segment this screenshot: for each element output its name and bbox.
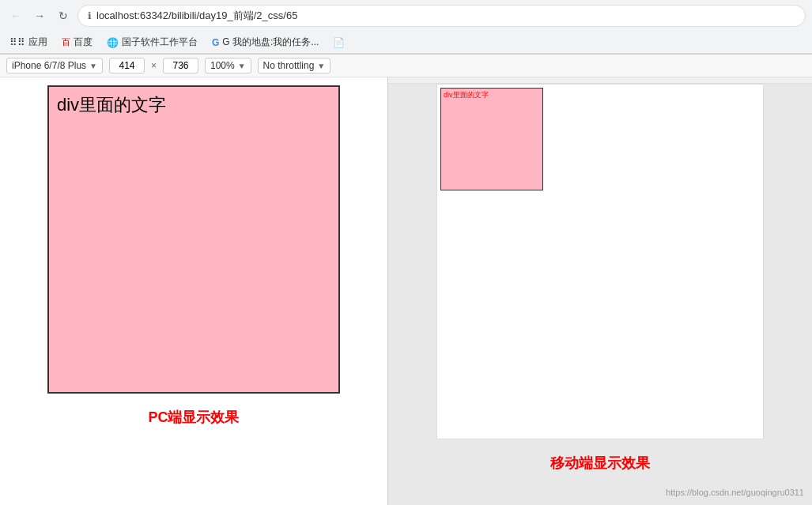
mobile-inner: div里面的文字 <box>437 85 763 194</box>
guozi-label: 国子软件工作平台 <box>122 36 198 49</box>
address-bar[interactable]: ℹ localhost:63342/bilibili/day19_前端/2_cs… <box>77 5 806 27</box>
mobile-demo-text: div里面的文字 <box>441 89 491 102</box>
bookmark-google[interactable]: G G 我的地盘:我的任务... <box>209 34 322 51</box>
mobile-frame: div里面的文字 <box>436 84 764 439</box>
zoom-selector[interactable]: 100% ▼ <box>205 58 251 73</box>
device-selector[interactable]: iPhone 6/7/8 Plus ▼ <box>6 58 103 73</box>
mobile-label: 移动端显示效果 <box>550 454 650 473</box>
device-name: iPhone 6/7/8 Plus <box>12 60 86 71</box>
apps-label: 应用 <box>28 36 47 49</box>
watermark: https://blog.csdn.net/guoqingru0311 <box>666 488 804 497</box>
reload-button[interactable]: ↻ <box>54 6 73 25</box>
lock-icon: ℹ <box>88 10 92 21</box>
back-button[interactable]: ← <box>6 6 25 25</box>
throttle-chevron-icon: ▼ <box>317 62 325 70</box>
mobile-demo-box: div里面的文字 <box>440 88 543 190</box>
bookmark-baidu[interactable]: 百 百度 <box>59 34 96 51</box>
apps-icon: ⠿⠿ <box>9 36 25 48</box>
baidu-icon: 百 <box>62 36 70 48</box>
guozi-icon: 🌐 <box>107 37 119 48</box>
height-input[interactable] <box>163 58 198 73</box>
devtools-toolbar: iPhone 6/7/8 Plus ▼ × 100% ▼ No throttli… <box>0 55 812 77</box>
width-input[interactable] <box>109 58 145 73</box>
throttle-selector[interactable]: No throttling ▼ <box>258 58 331 73</box>
baidu-label: 百度 <box>74 36 93 49</box>
throttle-value: No throttling <box>263 60 315 71</box>
forward-button[interactable]: → <box>30 6 49 25</box>
browser-chrome: ← → ↻ ℹ localhost:63342/bilibili/day19_前… <box>0 0 812 55</box>
nav-bar: ← → ↻ ℹ localhost:63342/bilibili/day19_前… <box>0 0 812 32</box>
dimension-separator: × <box>151 60 157 71</box>
pc-label: PC端显示效果 <box>148 408 239 427</box>
pc-view: div里面的文字 PC端显示效果 <box>0 77 387 505</box>
zoom-chevron-icon: ▼ <box>238 62 246 70</box>
mobile-section: div里面的文字 移动端显示效果 https://blog.csdn.net/g… <box>388 77 812 505</box>
bookmark-misc[interactable]: 📄 <box>330 36 348 50</box>
device-chevron-icon: ▼ <box>89 62 97 70</box>
google-icon: G <box>212 37 219 48</box>
misc-icon: 📄 <box>333 37 345 48</box>
zoom-value: 100% <box>210 60 235 71</box>
apps-menu[interactable]: ⠿⠿ 应用 <box>6 34 51 51</box>
pc-demo-box: div里面的文字 <box>47 85 340 394</box>
address-text: localhost:63342/bilibili/day19_前端/2_css/… <box>96 9 297 23</box>
mobile-scrollbar <box>388 77 812 84</box>
bookmarks-bar: ⠿⠿ 应用 百 百度 🌐 国子软件工作平台 G G 我的地盘:我的任务... 📄 <box>0 32 812 54</box>
pc-demo-text: div里面的文字 <box>49 87 174 123</box>
bookmark-guozi[interactable]: 🌐 国子软件工作平台 <box>104 34 201 51</box>
google-label: G 我的地盘:我的任务... <box>222 36 319 49</box>
main-content: div里面的文字 PC端显示效果 div里面的文字 移动端显示效果 https:… <box>0 77 812 505</box>
